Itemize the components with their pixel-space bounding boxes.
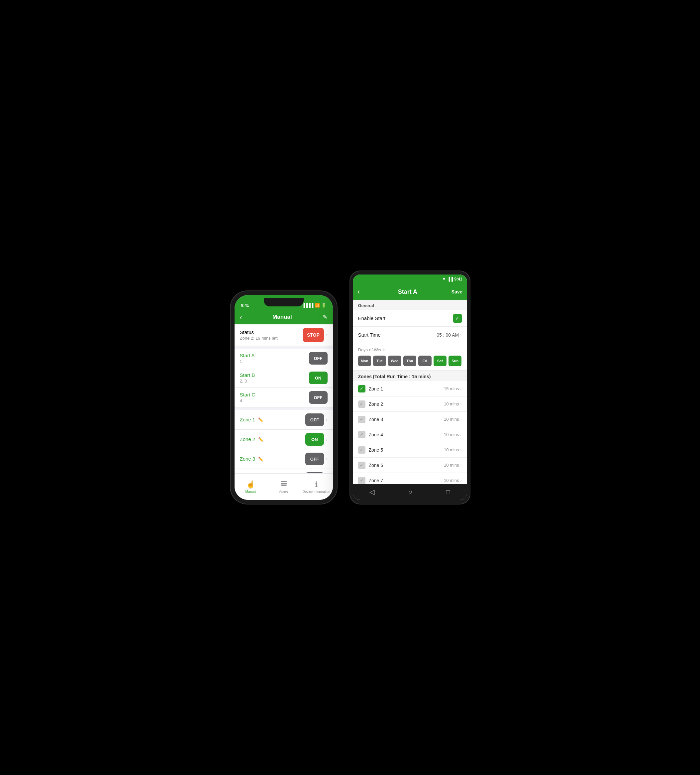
android-navbar-title: Start A bbox=[364, 288, 452, 296]
start-time-row[interactable]: Start Time 05 : 00 AM › bbox=[353, 327, 467, 343]
zone-7-check: ✓ bbox=[358, 477, 366, 484]
android-screen: ▼ ▐▐ 9:41 ‹ Start A Save General Enable … bbox=[353, 274, 467, 500]
status-row: Status Zone 2: 19 mins left STOP › bbox=[234, 324, 333, 346]
start-c-row: Start C 4 OFF bbox=[234, 388, 333, 407]
tab-starts-label: Starts bbox=[279, 490, 288, 494]
start-a-toggle[interactable]: OFF bbox=[309, 352, 328, 364]
tab-device-info-label: Device Information bbox=[302, 490, 330, 494]
start-b-sub: 2, 3 bbox=[240, 379, 309, 384]
android-save-button[interactable]: Save bbox=[452, 289, 462, 294]
zone-2-chevron: › bbox=[326, 437, 328, 442]
zone-row-1[interactable]: ✓ Zone 1 15 mins › bbox=[353, 381, 467, 396]
zone-1-edit-icon: ✏️ bbox=[258, 417, 263, 422]
zone-7-chevron: › bbox=[461, 478, 462, 483]
zone-4-row: Zone 4 ✏️ OFF › bbox=[234, 469, 333, 473]
zone-3-toggle[interactable]: OFF bbox=[305, 452, 324, 465]
day-wed[interactable]: Wed bbox=[388, 356, 401, 366]
zone-2-chevron: › bbox=[461, 402, 462, 406]
days-row: Mon Tue Wed Thu Fri Sat Sun bbox=[358, 356, 462, 366]
start-time-label: Start Time bbox=[358, 332, 437, 338]
tab-manual-label: Manual bbox=[245, 490, 256, 494]
start-a-row: Start A 1 OFF bbox=[234, 349, 333, 368]
zone-3-edit-icon: ✏️ bbox=[258, 457, 263, 462]
ios-navbar-title: Manual bbox=[242, 314, 322, 320]
start-time-chevron: › bbox=[460, 332, 461, 337]
android-back-button[interactable]: ‹ bbox=[357, 288, 360, 296]
zone-row-6[interactable]: ✓ Zone 6 10 mins › bbox=[353, 457, 467, 473]
enable-start-checkbox[interactable]: ✓ bbox=[453, 314, 462, 323]
ios-edit-button[interactable]: ✎ bbox=[323, 313, 328, 321]
day-sat[interactable]: Sat bbox=[434, 356, 447, 366]
day-mon[interactable]: Mon bbox=[358, 356, 371, 366]
zone-2-check: ✓ bbox=[358, 401, 366, 408]
android-statusbar: ▼ ▐▐ 9:41 bbox=[353, 274, 467, 284]
start-b-toggle[interactable]: ON bbox=[309, 372, 328, 384]
android-wifi-icon: ▼ bbox=[442, 277, 446, 281]
stop-button[interactable]: STOP bbox=[303, 328, 324, 342]
android-device: ▼ ▐▐ 9:41 ‹ Start A Save General Enable … bbox=[350, 271, 470, 504]
zone-4-check: ✓ bbox=[358, 431, 366, 438]
start-c-label: Start C bbox=[240, 392, 309, 397]
status-chevron: › bbox=[326, 332, 328, 338]
zone-3-chevron: › bbox=[326, 456, 328, 462]
iphone-notch bbox=[264, 298, 304, 306]
day-thu[interactable]: Thu bbox=[403, 356, 416, 366]
day-tue[interactable]: Tue bbox=[373, 356, 386, 366]
start-c-sub: 4 bbox=[240, 398, 309, 403]
iphone-device: 9:41 ▐▐▐▐ 📶 🔋 ‹ Manual ✎ Status bbox=[231, 291, 337, 504]
zone-6-name: Zone 6 bbox=[369, 462, 444, 468]
zone-4-time: 10 mins bbox=[444, 432, 459, 437]
zone-1-toggle[interactable]: OFF bbox=[305, 413, 324, 426]
tab-manual-icon: ☝ bbox=[246, 480, 255, 489]
zone-2-time: 10 mins bbox=[444, 401, 459, 406]
zones-header: Zones (Total Run Time : 15 mins) bbox=[353, 371, 467, 381]
start-a-sub: 1 bbox=[240, 359, 309, 364]
zone-7-name: Zone 7 bbox=[369, 478, 444, 483]
tab-starts[interactable]: Starts bbox=[267, 474, 300, 500]
wifi-icon: 📶 bbox=[315, 303, 320, 308]
android-navbar-bottom: ◁ ○ □ bbox=[353, 484, 467, 500]
zone-2-row: Zone 2 ✏️ ON › bbox=[234, 430, 333, 449]
zone-5-check: ✓ bbox=[358, 446, 366, 454]
android-nav-home[interactable]: ○ bbox=[408, 488, 412, 496]
ios-back-button[interactable]: ‹ bbox=[240, 313, 242, 321]
tab-starts-icon bbox=[280, 480, 288, 489]
ios-tabbar: ☝ Manual Starts ℹ bbox=[234, 473, 333, 500]
zone-row-2[interactable]: ✓ Zone 2 10 mins › bbox=[353, 396, 467, 412]
android-nav-back[interactable]: ◁ bbox=[369, 488, 374, 496]
zone-row-7[interactable]: ✓ Zone 7 10 mins › bbox=[353, 473, 467, 484]
start-time-value: 05 : 00 AM bbox=[437, 332, 459, 338]
zone-2-toggle[interactable]: ON bbox=[305, 433, 324, 446]
day-fri[interactable]: Fri bbox=[418, 356, 431, 366]
section-gap-1 bbox=[234, 346, 333, 349]
zone-row-3[interactable]: ✓ Zone 3 10 mins › bbox=[353, 412, 467, 427]
zone-1-check: ✓ bbox=[358, 385, 366, 392]
start-b-row: Start B 2, 3 ON bbox=[234, 368, 333, 388]
zone-2-name: Zone 2 bbox=[369, 401, 444, 407]
days-of-week-label: Days of Week bbox=[358, 347, 462, 352]
zone-row-4[interactable]: ✓ Zone 4 10 mins › bbox=[353, 427, 467, 442]
tab-device-info-icon: ℹ bbox=[315, 480, 318, 489]
ios-content: Status Zone 2: 19 mins left STOP › Start… bbox=[234, 324, 333, 473]
android-signal-icon: ▐▐ bbox=[447, 277, 453, 281]
zone-3-time: 10 mins bbox=[444, 417, 459, 422]
zone-5-name: Zone 5 bbox=[369, 447, 444, 452]
zone-row-5[interactable]: ✓ Zone 5 10 mins › bbox=[353, 442, 467, 457]
tab-manual[interactable]: ☝ Manual bbox=[234, 474, 268, 500]
signal-icon: ▐▐▐▐ bbox=[302, 303, 313, 308]
enable-start-label: Enable Start bbox=[358, 315, 453, 321]
start-c-toggle[interactable]: OFF bbox=[309, 391, 328, 404]
android-time: 9:41 bbox=[454, 277, 462, 281]
android-navbar-top: ‹ Start A Save bbox=[353, 284, 467, 300]
enable-start-row: Enable Start ✓ bbox=[353, 310, 467, 327]
start-a-label: Start A bbox=[240, 353, 309, 358]
android-content: General Enable Start ✓ Start Time 05 : 0… bbox=[353, 300, 467, 484]
general-section-header: General bbox=[353, 300, 467, 310]
zone-7-time: 10 mins bbox=[444, 478, 459, 483]
zone-1-chevron: › bbox=[461, 386, 462, 391]
zone-5-time: 10 mins bbox=[444, 447, 459, 452]
android-nav-recents[interactable]: □ bbox=[446, 488, 450, 496]
day-sun[interactable]: Sun bbox=[449, 356, 461, 366]
tab-device-info[interactable]: ℹ Device Information bbox=[300, 474, 333, 500]
zone-6-chevron: › bbox=[461, 463, 462, 467]
